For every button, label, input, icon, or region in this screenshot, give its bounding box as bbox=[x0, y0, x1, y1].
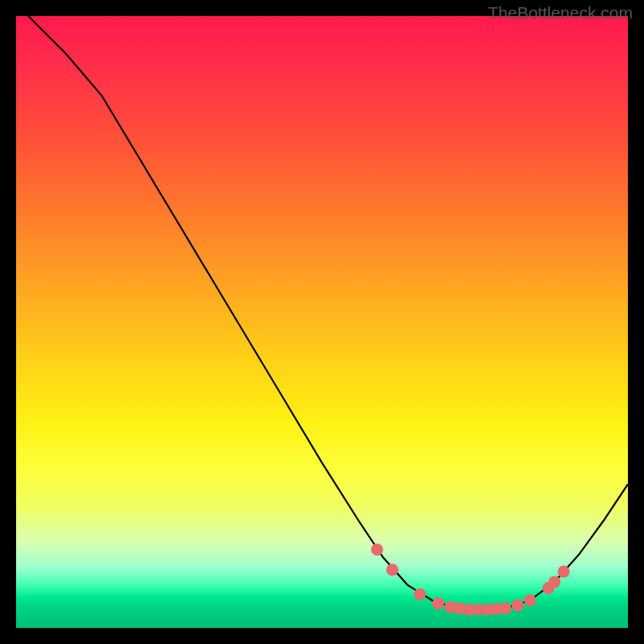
chart-marker bbox=[432, 597, 444, 609]
chart-svg bbox=[16, 16, 628, 628]
chart-marker bbox=[371, 543, 383, 555]
chart-marker bbox=[524, 594, 536, 606]
chart-marker bbox=[386, 564, 398, 576]
chart-marker bbox=[548, 576, 560, 588]
chart-marker bbox=[500, 602, 512, 614]
chart-marker bbox=[512, 599, 524, 611]
chart-marker bbox=[414, 588, 426, 601]
chart-marker bbox=[558, 566, 570, 578]
watermark-text: TheBottleneck.com bbox=[488, 3, 633, 23]
chart-curve bbox=[28, 16, 628, 609]
chart-markers bbox=[371, 543, 570, 616]
chart-plot-area bbox=[16, 16, 628, 628]
